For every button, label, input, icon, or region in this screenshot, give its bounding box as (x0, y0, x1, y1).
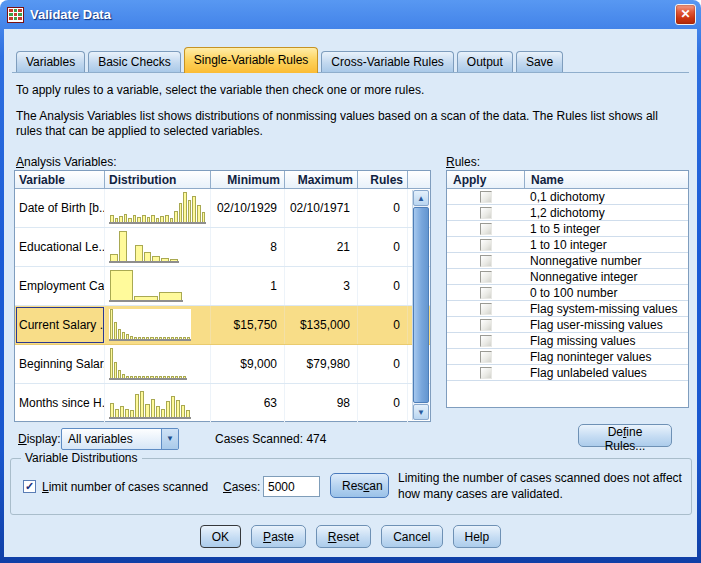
col-header-minimum[interactable]: Minimum (211, 171, 285, 188)
cases-input[interactable] (263, 476, 320, 497)
apply-checkbox[interactable] (480, 335, 492, 347)
analysis-row[interactable]: Date of Birth [b...02/10/192902/10/19710 (15, 189, 430, 228)
distribution-cell (105, 384, 211, 422)
analysis-row[interactable]: Employment Ca...130 (15, 267, 430, 306)
col-header-distribution[interactable]: Distribution (105, 171, 211, 188)
chevron-down-icon[interactable]: ▼ (161, 429, 178, 449)
scroll-up-icon[interactable]: ▲ (413, 190, 429, 206)
rule-row[interactable]: Flag system-missing values (447, 301, 688, 317)
minimum-cell: $9,000 (211, 345, 285, 383)
analysis-row[interactable]: Educational Le...8210 (15, 228, 430, 267)
rule-name: Flag missing values (525, 334, 688, 348)
rule-row[interactable]: 1 to 5 integer (447, 221, 688, 237)
distribution-histogram (109, 348, 187, 380)
rules-count-cell: 0 (358, 384, 408, 422)
rule-name: Flag unlabeled values (525, 366, 688, 380)
variable-name-cell: Current Salary ... (15, 306, 105, 344)
apply-checkbox[interactable] (480, 255, 492, 267)
apply-checkbox[interactable] (480, 351, 492, 363)
footer-buttons: OKPasteResetCancelHelp (4, 525, 697, 548)
vertical-scrollbar[interactable]: ▲ ▼ (412, 190, 429, 420)
rule-name: Nonnegative integer (525, 270, 688, 284)
rule-row[interactable]: 0 to 100 number (447, 285, 688, 301)
variable-distributions-group: Variable Distributions ✓ Limit number of… (10, 458, 692, 515)
rule-name: Flag user-missing values (525, 318, 688, 332)
rule-row[interactable]: Nonnegative number (447, 253, 688, 269)
apply-checkbox[interactable] (480, 223, 492, 235)
col-header-maximum[interactable]: Maximum (285, 171, 358, 188)
distribution-histogram (109, 192, 206, 224)
distribution-cell (105, 228, 211, 266)
app-icon (7, 7, 24, 23)
maximum-cell: $135,000 (285, 306, 358, 344)
cancel-button[interactable]: Cancel (381, 525, 442, 548)
apply-checkbox[interactable] (480, 191, 492, 203)
col-header-rules[interactable]: Rules (358, 171, 408, 188)
analysis-table-header: Variable Distribution Minimum Maximum Ru… (15, 171, 430, 189)
rules-count-cell: 0 (358, 189, 408, 227)
ok-button[interactable]: OK (200, 525, 241, 548)
tab-output[interactable]: Output (457, 51, 513, 72)
rule-name: 1 to 5 integer (525, 222, 688, 236)
analysis-row[interactable]: Beginning Salar...$9,000$79,9800 (15, 345, 430, 384)
analysis-variables-label: Analysis Variables: (16, 155, 117, 169)
col-header-apply[interactable]: Apply (447, 171, 525, 188)
display-dropdown[interactable]: All variables ▼ (61, 428, 179, 450)
tab-single-variable-rules[interactable]: Single-Variable Rules (184, 47, 319, 73)
limit-cases-label[interactable]: Limit number of cases scanned (42, 480, 208, 494)
dialog-content: VariablesBasic ChecksSingle-Variable Rul… (4, 29, 697, 557)
tab-cross-variable-rules[interactable]: Cross-Variable Rules (321, 51, 453, 72)
group-title: Variable Distributions (21, 451, 142, 465)
rule-name: 0 to 100 number (525, 286, 688, 300)
close-icon: ✕ (680, 7, 690, 21)
analysis-row[interactable]: Months since H...63980 (15, 384, 430, 423)
intro-line-2: The Analysis Variables list shows distri… (16, 109, 684, 139)
tab-save[interactable]: Save (516, 51, 563, 72)
rescan-button[interactable]: Rescan (330, 473, 389, 498)
minimum-cell: 63 (211, 384, 285, 422)
rule-row[interactable]: Flag user-missing values (447, 317, 688, 333)
rules-label: Rules: (446, 155, 480, 169)
rules-count-cell: 0 (358, 345, 408, 383)
reset-button[interactable]: Reset (316, 525, 371, 548)
apply-checkbox[interactable] (480, 271, 492, 283)
scroll-down-icon[interactable]: ▼ (413, 404, 429, 420)
rule-row[interactable]: Flag noninteger values (447, 349, 688, 365)
apply-checkbox[interactable] (480, 367, 492, 379)
rule-row[interactable]: 0,1 dichotomy (447, 189, 688, 205)
rule-row[interactable]: Nonnegative integer (447, 269, 688, 285)
rule-row[interactable]: 1 to 10 integer (447, 237, 688, 253)
analysis-row[interactable]: Current Salary ...$15,750$135,0000 (15, 306, 430, 345)
define-rules-button[interactable]: Define Rules... (578, 424, 672, 447)
apply-checkbox[interactable] (480, 303, 492, 315)
apply-checkbox[interactable] (480, 207, 492, 219)
apply-checkbox[interactable] (480, 239, 492, 251)
paste-button[interactable]: Paste (251, 525, 306, 548)
rules-count-cell: 0 (358, 306, 408, 344)
scrollbar-thumb[interactable] (413, 207, 429, 403)
help-button[interactable]: Help (453, 525, 502, 548)
variable-name-cell: Educational Le... (15, 228, 105, 266)
variable-name-cell: Months since H... (15, 384, 105, 422)
analysis-variables-table: Variable Distribution Minimum Maximum Ru… (14, 170, 431, 422)
close-button[interactable]: ✕ (675, 4, 696, 25)
apply-checkbox[interactable] (480, 319, 492, 331)
minimum-cell: $15,750 (211, 306, 285, 344)
maximum-cell: 98 (285, 384, 358, 422)
tab-basic-checks[interactable]: Basic Checks (88, 51, 181, 72)
rule-row[interactable]: Flag missing values (447, 333, 688, 349)
distribution-cell (105, 267, 211, 305)
titlebar[interactable]: Validate Data ✕ (0, 0, 701, 29)
rule-name: Flag noninteger values (525, 350, 688, 364)
maximum-cell: $79,980 (285, 345, 358, 383)
col-header-name[interactable]: Name (525, 171, 688, 188)
window-title: Validate Data (30, 7, 111, 22)
distribution-histogram (109, 309, 191, 341)
col-header-variable[interactable]: Variable (15, 171, 105, 188)
rules-table-header: Apply Name (447, 171, 688, 189)
rule-row[interactable]: Flag unlabeled values (447, 365, 688, 381)
rule-row[interactable]: 1,2 dichotomy (447, 205, 688, 221)
tab-variables[interactable]: Variables (16, 51, 85, 72)
apply-checkbox[interactable] (480, 287, 492, 299)
limit-cases-checkbox[interactable]: ✓ (23, 480, 36, 493)
